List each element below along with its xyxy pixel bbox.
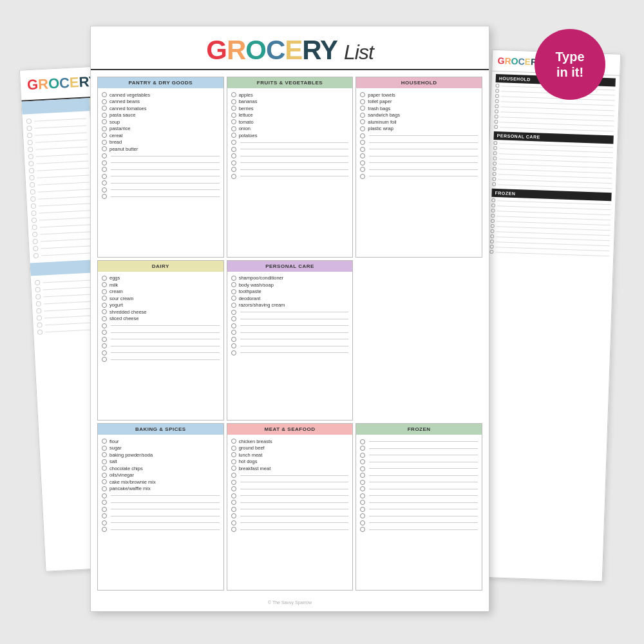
item-circle (231, 167, 236, 172)
blank-row (231, 330, 349, 335)
meat-header: MEAT & SEAFOOD (227, 424, 353, 435)
right-circle (493, 151, 497, 155)
item-blank (369, 516, 478, 516)
right-circle (490, 229, 494, 233)
right-circle (490, 240, 494, 243)
item-circle (231, 160, 236, 166)
back-line (37, 327, 97, 335)
item-circle (360, 113, 365, 118)
right-circle (493, 156, 497, 160)
item-blank (111, 189, 220, 190)
back-circle (35, 280, 40, 285)
scene: GROCERY List (32, 26, 612, 618)
item-blank (369, 162, 478, 163)
dairy-item-1: eggs (102, 275, 220, 281)
item-circle (102, 486, 107, 491)
item-blank (240, 529, 349, 530)
item-circle (360, 480, 365, 485)
right-circle (489, 250, 493, 254)
item-circle (231, 316, 236, 321)
item-text: pasta sauce (109, 112, 220, 118)
item-blank (369, 462, 478, 462)
dairy-item-3: cream (102, 289, 220, 294)
item-text: berries (239, 106, 349, 111)
back-circle (28, 147, 33, 152)
item-blank (240, 332, 349, 333)
back-underline (38, 196, 90, 199)
personal-item-2: body wash/soap (231, 282, 349, 288)
item-circle (102, 357, 107, 362)
blank-row (360, 174, 478, 179)
item-circle (231, 282, 236, 287)
item-blank (369, 135, 478, 136)
back-underline (44, 308, 96, 311)
item-blank (369, 502, 478, 503)
item-circle (231, 350, 236, 355)
item-circle (102, 350, 107, 355)
item-circle (102, 439, 107, 444)
blank-row (360, 527, 478, 532)
item-circle (102, 513, 107, 518)
item-circle (102, 296, 107, 301)
back-underline (39, 203, 91, 206)
item-circle (231, 153, 236, 158)
item-blank (369, 441, 478, 442)
right-circle (495, 94, 499, 98)
item-blank (240, 162, 349, 163)
item-circle (102, 452, 107, 457)
personal-item-1: shampoo/conditioner (231, 275, 349, 281)
item-text: bananas (239, 99, 349, 104)
item-blank (369, 156, 478, 156)
blank-row (231, 486, 349, 491)
item-circle (102, 527, 107, 532)
right-circle (493, 162, 497, 166)
title-o: O (245, 35, 266, 65)
item-circle (231, 520, 236, 526)
right-circle (495, 115, 498, 118)
pantry-item-8: bread (102, 139, 220, 145)
item-circle (231, 289, 236, 294)
item-text: paper towels (368, 92, 478, 98)
item-circle (102, 309, 107, 314)
item-circle (102, 337, 107, 342)
personal-item-3: toothpaste (231, 289, 349, 294)
back-underline (41, 252, 93, 256)
section-household: HOUSEHOLD paper towels toilet paper tras… (355, 77, 482, 258)
back-underline (34, 118, 86, 121)
dairy-header: DAIRY (98, 261, 223, 272)
blank-row (102, 507, 220, 512)
item-circle (360, 174, 365, 179)
item-circle (231, 466, 236, 471)
item-blank (111, 156, 220, 156)
dairy-item-5: yogurt (102, 302, 220, 308)
blank-row (231, 174, 349, 179)
fruits-item-2: bananas (231, 99, 349, 104)
item-circle (360, 133, 365, 138)
pantry-item-2: canned beans (102, 99, 220, 104)
item-circle (231, 507, 236, 512)
title-c: C (266, 35, 285, 65)
blank-row (360, 466, 478, 471)
item-circle (102, 493, 107, 498)
item-text: trash bags (368, 106, 478, 111)
item-blank (111, 352, 220, 353)
blank-row (360, 493, 478, 498)
item-circle (102, 106, 107, 111)
meat-content: chicken breasts ground beef lunch meat h… (227, 435, 353, 590)
fruits-content: apples bananas berries lettuce tomato on… (227, 88, 353, 257)
item-text: flour (109, 439, 220, 444)
item-circle (231, 323, 236, 328)
baking-item-8: pancake/waffle mix (102, 486, 220, 491)
back-line (33, 250, 93, 258)
item-blank (240, 516, 349, 516)
blank-row (360, 480, 478, 485)
item-blank (240, 156, 349, 156)
item-text: deodorant (239, 296, 349, 301)
section-frozen: FROZEN (355, 423, 482, 591)
item-blank (369, 475, 478, 476)
item-circle (360, 140, 365, 145)
back-circle (37, 323, 42, 328)
item-circle (102, 323, 107, 328)
blank-row (102, 500, 220, 505)
blank-row (231, 153, 349, 158)
